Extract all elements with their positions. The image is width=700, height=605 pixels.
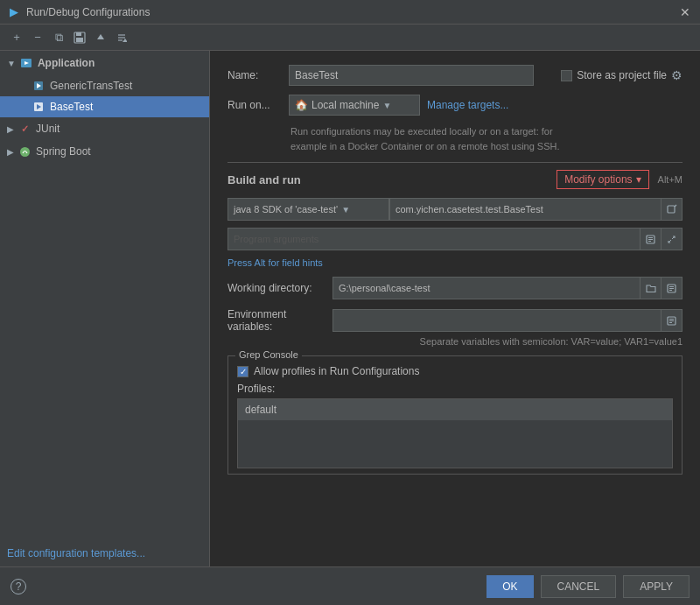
- main-class-input[interactable]: com.yichen.casetest.test.BaseTest: [389, 198, 662, 221]
- run-on-row: Run on... 🏠 Local machine ▼ Manage targe…: [228, 95, 682, 116]
- svg-rect-1: [76, 32, 81, 36]
- manage-targets-link[interactable]: Manage targets...: [427, 99, 508, 111]
- add-config-button[interactable]: +: [7, 28, 26, 47]
- svg-point-14: [20, 147, 30, 157]
- profiles-list[interactable]: default: [237, 398, 673, 468]
- window-title: Run/Debug Configurations: [26, 6, 677, 18]
- save-config-button[interactable]: [70, 28, 89, 47]
- svg-line-16: [675, 205, 676, 207]
- move-up-button[interactable]: [91, 28, 110, 47]
- sidebar-section-junit[interactable]: ▶ ✓ JUnit: [0, 117, 209, 140]
- sdk-dropdown-arrow: ▼: [341, 205, 350, 215]
- allow-profiles-label: Allow profiles in Run Configurations: [254, 365, 419, 377]
- allow-profiles-checkbox[interactable]: ✓: [237, 366, 248, 377]
- apply-button[interactable]: APPLY: [623, 575, 690, 598]
- default-profile-item[interactable]: default: [238, 399, 672, 420]
- sidebar-section-spring-boot[interactable]: ▶ Spring Boot: [0, 140, 209, 163]
- sort-button[interactable]: [112, 28, 131, 47]
- allow-profiles-row: ✓ Allow profiles in Run Configurations: [237, 365, 673, 377]
- content-area: Name: Store as project file ⚙ Run on... …: [210, 51, 700, 566]
- sdk-row: java 8 SDK of 'case-test' ▼ com.yichen.c…: [228, 198, 682, 221]
- settings-gear-icon[interactable]: ⚙: [671, 68, 682, 82]
- profiles-label: Profiles:: [237, 383, 673, 395]
- grep-console-legend: Grep Console: [235, 349, 302, 360]
- grep-console-section: Grep Console ✓ Allow profiles in Run Con…: [228, 355, 682, 475]
- generic-trans-test-icon: [32, 79, 46, 93]
- junit-arrow: ▶: [7, 124, 14, 134]
- working-dir-input[interactable]: G:\personal\case-test: [332, 277, 640, 299]
- build-run-title: Build and run: [228, 173, 301, 186]
- program-args-expand-button[interactable]: [662, 228, 682, 250]
- app-icon: ▶: [7, 5, 21, 19]
- divider: [228, 162, 682, 163]
- env-vars-options-button[interactable]: [662, 309, 682, 332]
- close-button[interactable]: ✕: [677, 4, 693, 20]
- spring-boot-label: Spring Boot: [36, 145, 91, 158]
- name-row: Name: Store as project file ⚙: [228, 65, 682, 86]
- base-test-label: BaseTest: [50, 101, 93, 113]
- sidebar-item-generic-trans-test[interactable]: GenericTransTest: [0, 75, 209, 96]
- application-icon: [19, 56, 33, 70]
- sidebar-section-application[interactable]: ▼ Application: [0, 51, 209, 75]
- svg-rect-2: [76, 38, 83, 42]
- title-bar: ▶ Run/Debug Configurations ✕: [0, 0, 700, 25]
- name-label: Name:: [228, 69, 289, 81]
- run-on-controls: 🏠 Local machine ▼ Manage targets...: [289, 95, 508, 116]
- generic-trans-test-label: GenericTransTest: [50, 80, 132, 92]
- help-button[interactable]: ?: [10, 579, 26, 594]
- copy-config-button[interactable]: ⧉: [49, 28, 68, 47]
- modify-options-button[interactable]: Modify options ▾: [556, 170, 648, 189]
- main-class-browse-button[interactable]: [662, 198, 682, 221]
- local-machine-dropdown[interactable]: 🏠 Local machine ▼: [289, 95, 420, 116]
- cancel-button[interactable]: CANCEL: [541, 575, 617, 598]
- store-project-row: Store as project file ⚙: [561, 68, 682, 82]
- svg-marker-3: [97, 34, 104, 39]
- run-on-label: Run on...: [228, 99, 289, 111]
- working-dir-folder-button[interactable]: [640, 277, 662, 299]
- svg-rect-15: [668, 206, 675, 213]
- shortcut-hint: Alt+M: [658, 174, 682, 185]
- sdk-value: java 8 SDK of 'case-test': [234, 204, 338, 215]
- program-args-options-button[interactable]: [640, 228, 662, 250]
- ok-button[interactable]: OK: [486, 575, 533, 598]
- main-class-value: com.yichen.casetest.test.BaseTest: [396, 204, 543, 215]
- spring-boot-arrow: ▶: [7, 147, 14, 157]
- junit-icon: ✓: [18, 122, 32, 136]
- program-args-placeholder: Program arguments: [234, 234, 318, 244]
- store-project-checkbox[interactable]: [561, 70, 572, 81]
- application-section-label: Application: [38, 57, 94, 69]
- working-dir-value: G:\personal\case-test: [339, 283, 430, 293]
- svg-marker-7: [122, 39, 127, 42]
- sidebar: ▼ Application GenericTransTest: [0, 51, 210, 566]
- program-args-row: Program arguments: [228, 228, 682, 250]
- working-dir-label: Working directory:: [228, 282, 332, 294]
- env-vars-label: Environment variables:: [228, 308, 332, 333]
- sidebar-item-base-test[interactable]: BaseTest: [0, 96, 209, 117]
- modify-options-arrow: ▾: [636, 173, 641, 186]
- sdk-dropdown[interactable]: java 8 SDK of 'case-test' ▼: [228, 198, 389, 221]
- junit-label: JUnit: [36, 123, 60, 135]
- press-alt-hint: Press Alt for field hints: [228, 257, 682, 268]
- working-dir-row: Working directory: G:\personal\case-test: [228, 277, 682, 299]
- house-icon: 🏠: [295, 99, 308, 111]
- local-machine-text: Local machine: [312, 99, 379, 111]
- modify-options-label: Modify options: [564, 173, 632, 186]
- toolbar: + − ⧉: [0, 25, 700, 51]
- edit-templates-link[interactable]: Edit configuration templates...: [0, 540, 209, 566]
- dropdown-arrow-icon: ▼: [382, 101, 391, 110]
- action-buttons: OK CANCEL APPLY: [486, 575, 690, 598]
- env-vars-row: Environment variables:: [228, 308, 682, 333]
- application-expand-arrow: ▼: [7, 59, 16, 68]
- bottom-bar: ? OK CANCEL APPLY: [0, 566, 700, 605]
- store-project-label: Store as project file: [577, 69, 667, 81]
- main-layout: ▼ Application GenericTransTest: [0, 51, 700, 566]
- remove-config-button[interactable]: −: [28, 28, 47, 47]
- env-vars-input[interactable]: [332, 309, 662, 332]
- run-info-text: Run configurations may be executed local…: [290, 124, 682, 153]
- name-input[interactable]: [289, 65, 534, 86]
- program-args-input[interactable]: Program arguments: [228, 228, 640, 250]
- separator-hint: Separate variables with semicolon: VAR=v…: [228, 336, 682, 347]
- build-run-header: Build and run Modify options ▾ Alt+M: [228, 170, 682, 189]
- working-dir-options-button[interactable]: [662, 277, 682, 299]
- spring-boot-icon: [18, 144, 32, 158]
